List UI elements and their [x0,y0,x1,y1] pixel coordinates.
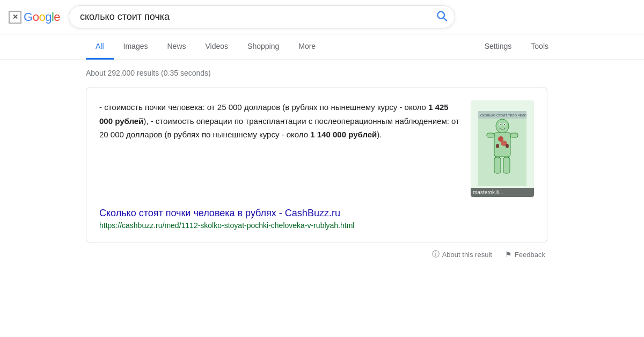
nav-item-tools[interactable]: Tools [521,34,558,60]
header: ✕ Google [0,0,644,34]
svg-rect-9 [494,157,501,173]
nav-item-settings[interactable]: Settings [475,34,522,60]
logo-icon: ✕ [9,11,21,24]
google-logo[interactable]: Google [24,10,60,24]
nav-item-images[interactable]: Images [114,34,158,60]
card-inner: - стоимость почки человека: от 25 000 до… [99,100,534,197]
svg-point-13 [496,144,499,148]
card-link-section: Сколько стоят почки человека в рублях - … [99,208,534,230]
feedback-button[interactable]: ⚑ Feedback [505,250,545,259]
logo-x-icon: ✕ [12,13,18,21]
card-image-label: masterok.li... [471,188,534,197]
svg-rect-7 [487,133,494,137]
svg-point-17 [500,124,501,125]
nav-item-all[interactable]: All [86,34,114,60]
nav-item-more[interactable]: More [289,34,325,60]
svg-line-1 [444,18,447,20]
svg-point-18 [504,124,505,125]
result-footer: ⓘ About this result ⚑ Feedback [86,243,558,266]
card-text-3: ). [377,130,382,139]
about-label: About this result [442,251,492,259]
svg-rect-8 [510,133,518,137]
nav-bar: All Images News Videos Shopping More Set… [0,34,644,60]
results-area: About 292,000 results (0.35 seconds) - с… [0,60,644,287]
about-icon: ⓘ [432,250,440,259]
nav-item-shopping[interactable]: Shopping [238,34,289,60]
feedback-label: Feedback [515,251,545,259]
search-button[interactable] [436,10,448,24]
svg-point-5 [496,119,509,133]
card-text-1: - стоимость почки человека: от 25 000 до… [99,102,428,112]
search-icon [436,10,448,21]
nav-item-news[interactable]: News [157,34,195,60]
svg-rect-10 [503,157,510,173]
logo-area: ✕ Google [9,10,60,24]
result-card: - стоимость почки человека: от 25 000 до… [86,87,547,243]
search-input[interactable] [69,5,455,28]
feedback-icon: ⚑ [505,250,512,259]
body-illustration: СКОЛЬКО СТОИТ ТЕЛО ЧЕЛО... [478,111,526,186]
about-result-button[interactable]: ⓘ About this result [432,250,492,259]
svg-point-14 [506,144,509,148]
card-bold-2: 1 140 000 рублей [310,130,377,139]
svg-text:СКОЛЬКО СТОИТ ТЕЛО ЧЕЛО...: СКОЛЬКО СТОИТ ТЕЛО ЧЕЛО... [480,114,526,117]
search-box-wrapper [69,5,455,28]
card-link-url[interactable]: https://cashbuzz.ru/med/1112-skolko-stoy… [99,221,354,230]
results-count: About 292,000 results (0.35 seconds) [86,69,558,77]
card-link-title[interactable]: Сколько стоят почки человека в рублях - … [99,208,534,219]
card-body-text: - стоимость почки человека: от 25 000 до… [99,100,460,197]
nav-item-videos[interactable]: Videos [196,34,238,60]
card-image: СКОЛЬКО СТОИТ ТЕЛО ЧЕЛО... [471,100,534,197]
card-text-2: ), - стоимость операции по трансплантаци… [99,116,459,140]
nav-right: Settings Tools [475,34,558,60]
